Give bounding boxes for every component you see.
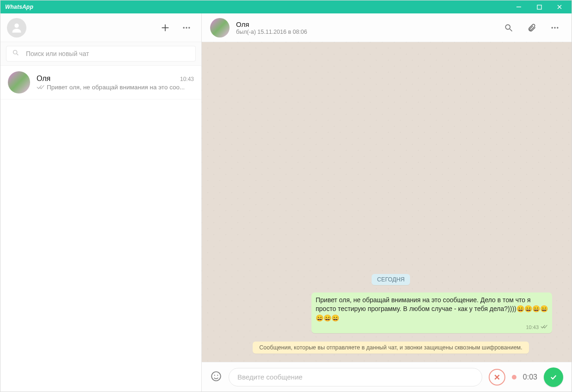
conversation-contact-name: Оля bbox=[236, 20, 307, 28]
search-container bbox=[0, 42, 201, 66]
cancel-recording-button[interactable] bbox=[489, 369, 505, 386]
search-in-chat-button[interactable] bbox=[500, 19, 517, 36]
message-input-container[interactable] bbox=[229, 368, 482, 386]
message-text: Привет оля, не обращай внимания на это с… bbox=[316, 296, 548, 322]
app-title: WhatsApp bbox=[5, 4, 33, 10]
conversation-header: Оля был(-а) 15.11.2016 в 08:06 bbox=[202, 13, 572, 42]
svg-rect-1 bbox=[537, 5, 541, 9]
conversation-menu-button[interactable] bbox=[547, 19, 563, 36]
conversation-pane: Оля был(-а) 15.11.2016 в 08:06 СЕГОДНЯ П… bbox=[202, 13, 572, 392]
conversation-scroll[interactable]: СЕГОДНЯ Привет оля, не обращай внимания … bbox=[202, 42, 572, 362]
date-separator: СЕГОДНЯ bbox=[372, 274, 410, 285]
send-button[interactable] bbox=[544, 367, 563, 387]
svg-point-4 bbox=[14, 23, 19, 27]
window-close-button[interactable] bbox=[549, 0, 570, 13]
emoji-button[interactable] bbox=[210, 370, 222, 384]
svg-point-8 bbox=[186, 27, 187, 28]
svg-line-13 bbox=[510, 29, 512, 31]
search-icon bbox=[12, 49, 19, 58]
svg-point-9 bbox=[188, 27, 190, 28]
svg-point-16 bbox=[557, 27, 558, 28]
chat-list-item[interactable]: Оля 10:43 Привет оля, не обращай внимани… bbox=[0, 66, 201, 100]
attach-button[interactable] bbox=[523, 19, 540, 36]
svg-point-18 bbox=[214, 374, 215, 375]
window-minimize-button[interactable] bbox=[509, 0, 529, 13]
svg-point-15 bbox=[554, 27, 555, 28]
recording-indicator-icon bbox=[512, 375, 516, 380]
search-box[interactable] bbox=[6, 46, 196, 62]
message-time: 10:43 bbox=[526, 324, 539, 331]
sidebar-menu-button[interactable] bbox=[178, 19, 195, 36]
encryption-notice: Сообщения, которые вы отправляете в данн… bbox=[253, 342, 528, 354]
message-outgoing[interactable]: Привет оля, не обращай внимания на это с… bbox=[311, 292, 552, 333]
conversation-contact-status: был(-а) 15.11.2016 в 08:06 bbox=[236, 29, 307, 35]
svg-point-10 bbox=[13, 50, 17, 54]
recording-timer: 0:03 bbox=[523, 373, 537, 381]
contact-name: Оля bbox=[37, 75, 50, 83]
contact-avatar bbox=[8, 71, 30, 93]
svg-point-12 bbox=[505, 25, 510, 29]
conversation-contact-avatar[interactable] bbox=[210, 18, 230, 37]
last-message-time: 10:43 bbox=[180, 76, 194, 82]
conversation-contact-info[interactable]: Оля был(-а) 15.11.2016 в 08:06 bbox=[236, 20, 307, 35]
message-input[interactable] bbox=[237, 373, 473, 381]
window-titlebar: WhatsApp bbox=[0, 0, 572, 13]
search-input[interactable] bbox=[26, 50, 190, 57]
double-check-icon bbox=[37, 84, 45, 90]
svg-point-7 bbox=[183, 27, 185, 28]
sidebar: Оля 10:43 Привет оля, не обращай внимани… bbox=[0, 13, 202, 392]
svg-line-11 bbox=[17, 54, 18, 55]
sidebar-header bbox=[0, 13, 201, 42]
svg-point-14 bbox=[552, 27, 553, 28]
new-chat-button[interactable] bbox=[157, 19, 174, 36]
last-message-preview: Привет оля, не обращай внимания на это с… bbox=[47, 84, 185, 91]
chat-list: Оля 10:43 Привет оля, не обращай внимани… bbox=[0, 66, 201, 392]
svg-point-17 bbox=[211, 372, 221, 381]
message-composer: 0:03 bbox=[202, 362, 572, 392]
my-avatar[interactable] bbox=[7, 18, 26, 37]
double-check-icon bbox=[541, 324, 548, 331]
window-maximize-button[interactable] bbox=[529, 0, 549, 13]
svg-point-19 bbox=[217, 374, 218, 375]
